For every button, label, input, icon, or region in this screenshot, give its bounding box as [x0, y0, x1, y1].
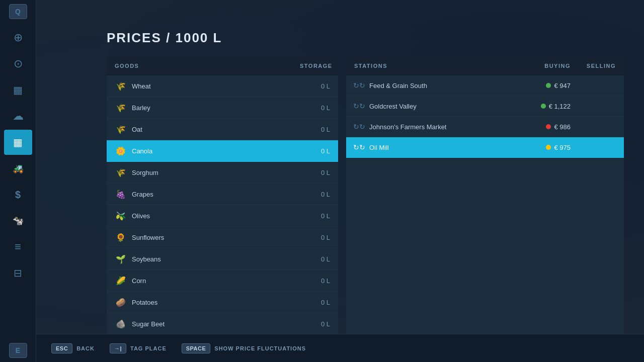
space-key[interactable]: SPACE [182, 343, 211, 353]
tag-key[interactable]: →| [110, 343, 126, 353]
fluctuations-label: SHOW PRICE FLUCTUATIONS [214, 345, 306, 351]
goods-name-canola: Canola [132, 147, 305, 155]
selling-col-header: SELLING [571, 63, 616, 69]
goldcrest-valley-icon: ↻ [354, 101, 364, 111]
goods-item-potatoes[interactable]: Potatoes0 L [107, 292, 338, 313]
back-label: BACK [76, 345, 95, 351]
goods-storage-barley: 0 L [305, 104, 330, 112]
sugar-beet-icon [115, 318, 127, 330]
show-fluctuations-group: SPACE SHOW PRICE FLUCTUATIONS [182, 343, 306, 353]
sorghum-icon [115, 166, 127, 178]
price-dot-johnsons-farmers [546, 124, 551, 129]
grapes-icon [115, 188, 127, 200]
page-title: PRICES / 1000 L [107, 30, 624, 46]
oil-mill-icon: ↻ [354, 142, 364, 152]
stations-panel-header: STATIONS BUYING SELLING [346, 57, 624, 75]
sidebar-item-chart[interactable] [4, 130, 32, 155]
goods-item-canola[interactable]: Canola0 L [107, 140, 338, 162]
sidebar-item-animals[interactable] [4, 208, 32, 233]
station-buying-johnsons-farmers: € 986 [510, 123, 571, 131]
goods-item-olives[interactable]: Olives0 L [107, 205, 338, 227]
goods-storage-sorghum: 0 L [305, 169, 330, 176]
goods-storage-oat: 0 L [305, 126, 330, 133]
price-dot-feed-grain-south [546, 83, 551, 88]
stations-col-header: STATIONS [354, 63, 510, 69]
oat-icon [115, 123, 127, 135]
bottom-bar: ESC BACK →| TAG PLACE SPACE SHOW PRICE F… [36, 334, 644, 362]
storage-col-header: STORAGE [300, 63, 330, 69]
station-item-goldcrest-valley[interactable]: ↻Goldcrest Valley€ 1,122 [346, 96, 624, 117]
goods-item-soybeans[interactable]: Soybeans0 L [107, 248, 338, 270]
back-button-group: ESC BACK [51, 343, 95, 353]
sunflowers-icon [115, 231, 127, 243]
goods-storage-olives: 0 L [305, 212, 330, 220]
station-item-johnsons-farmers[interactable]: ↻Johnson's Farmers Market€ 986 [346, 117, 624, 137]
goods-storage-wheat: 0 L [305, 82, 330, 90]
potatoes-icon [115, 296, 127, 308]
sidebar-item-weather[interactable] [4, 104, 32, 129]
goods-item-barley[interactable]: Barley0 L [107, 97, 338, 119]
goods-item-sorghum[interactable]: Sorghum0 L [107, 162, 338, 184]
goods-name-soybeans: Soybeans [132, 255, 305, 263]
sidebar-item-q[interactable] [9, 4, 27, 19]
sidebar-item-production[interactable] [4, 260, 32, 286]
main-content: PRICES / 1000 L GOODS STORAGE Wheat0 LBa… [36, 0, 644, 362]
sidebar-item-tasks[interactable] [4, 234, 32, 259]
sidebar-item-e[interactable] [9, 343, 27, 358]
tag-label: TAG PLACE [130, 345, 167, 351]
station-name-goldcrest-valley: Goldcrest Valley [369, 103, 510, 110]
station-item-feed-grain-south[interactable]: ↻Feed & Grain South€ 947 [346, 75, 624, 96]
goods-item-oat[interactable]: Oat0 L [107, 119, 338, 140]
goods-col-header: GOODS [115, 63, 300, 69]
goods-panel: GOODS STORAGE Wheat0 LBarley0 LOat0 LCan… [107, 57, 338, 343]
goods-name-sugar-beet: Sugar Beet [132, 320, 305, 328]
price-value-johnsons-farmers: € 986 [554, 123, 571, 131]
sidebar-item-steering[interactable] [4, 51, 32, 76]
tables-row: GOODS STORAGE Wheat0 LBarley0 LOat0 LCan… [107, 57, 624, 343]
goods-name-sunflowers: Sunflowers [132, 234, 305, 241]
station-buying-oil-mill: € 975 [510, 144, 571, 151]
goods-item-wheat[interactable]: Wheat0 L [107, 75, 338, 97]
station-buying-goldcrest-valley: € 1,122 [510, 103, 571, 110]
station-name-feed-grain-south: Feed & Grain South [369, 82, 510, 89]
barley-icon [115, 102, 127, 114]
goods-name-barley: Barley [132, 104, 305, 112]
esc-key[interactable]: ESC [51, 343, 72, 353]
feed-grain-south-icon: ↻ [354, 80, 364, 90]
olives-icon [115, 210, 127, 222]
sidebar-item-globe[interactable] [4, 25, 32, 50]
goods-item-sugar-beet[interactable]: Sugar Beet0 L [107, 313, 338, 335]
goods-item-grapes[interactable]: Grapes0 L [107, 184, 338, 205]
goods-storage-potatoes: 0 L [305, 299, 330, 306]
price-dot-goldcrest-valley [541, 104, 546, 109]
station-item-oil-mill[interactable]: ↻Oil Mill€ 975 [346, 137, 624, 158]
price-value-goldcrest-valley: € 1,122 [549, 103, 571, 110]
price-value-oil-mill: € 975 [554, 144, 571, 151]
johnsons-farmers-icon: ↻ [354, 122, 364, 132]
buying-col-header: BUYING [510, 63, 571, 69]
goods-storage-soybeans: 0 L [305, 255, 330, 263]
goods-name-wheat: Wheat [132, 82, 305, 90]
goods-storage-canola: 0 L [305, 147, 330, 155]
goods-storage-sunflowers: 0 L [305, 234, 330, 241]
goods-storage-sugar-beet: 0 L [305, 320, 330, 328]
goods-name-olives: Olives [132, 212, 305, 220]
sidebar-item-finances[interactable] [4, 182, 32, 207]
goods-item-corn[interactable]: Corn0 L [107, 270, 338, 292]
stations-panel: STATIONS BUYING SELLING ↻Feed & Grain So… [346, 57, 624, 343]
station-name-johnsons-farmers: Johnson's Farmers Market [369, 123, 510, 131]
corn-icon [115, 275, 127, 287]
goods-storage-grapes: 0 L [305, 191, 330, 198]
sidebar-item-calendar[interactable] [4, 77, 32, 103]
station-name-oil-mill: Oil Mill [369, 144, 510, 151]
goods-item-sunflowers[interactable]: Sunflowers0 L [107, 227, 338, 248]
tag-place-button-group: →| TAG PLACE [110, 343, 167, 353]
goods-name-sorghum: Sorghum [132, 169, 305, 176]
stations-list: ↻Feed & Grain South€ 947↻Goldcrest Valle… [346, 75, 624, 158]
goods-storage-corn: 0 L [305, 277, 330, 285]
sidebar [0, 0, 36, 362]
price-value-feed-grain-south: € 947 [554, 82, 571, 89]
soybeans-icon [115, 253, 127, 265]
goods-panel-header: GOODS STORAGE [107, 57, 338, 75]
sidebar-item-tractor[interactable] [4, 156, 32, 181]
